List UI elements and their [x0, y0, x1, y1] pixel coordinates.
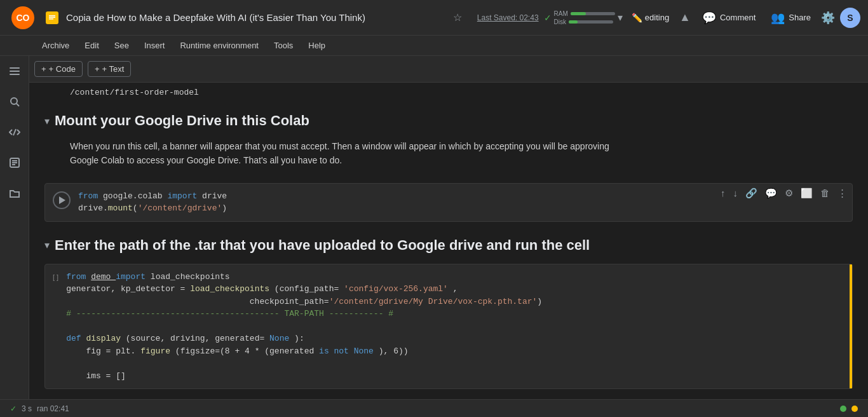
more-options-icon[interactable]: ⋮: [835, 186, 850, 200]
code-line-c2-5: [66, 320, 839, 333]
ram-progress-fill: [571, 12, 587, 15]
add-code-button[interactable]: + + Code: [34, 61, 83, 77]
colab-logo[interactable]: CO: [8, 3, 38, 33]
status-dots: [840, 406, 858, 412]
ram-disk-indicator: RAM Disk: [554, 10, 615, 25]
section2-collapse-arrow[interactable]: ▾: [44, 239, 50, 251]
ram-label: RAM: [554, 10, 568, 17]
expand-cell-icon[interactable]: ⬜: [798, 186, 815, 200]
section1-header[interactable]: ▾ Mount your Google Drive in this Colab: [29, 102, 868, 134]
svg-rect-3: [49, 18, 53, 20]
main-layout: + + Code + + Text /content/first-order-m…: [0, 56, 868, 417]
section1-text-cell: When you run this cell, a banner will ap…: [29, 134, 868, 178]
code-content-2[interactable]: from demo import load_checkpoints genera…: [66, 271, 839, 383]
code-cell-1-toolbar: ↑ ↓ 🔗 💬 ⚙ ⬜ 🗑 ⋮: [718, 186, 850, 200]
share-button[interactable]: 👥 Share: [766, 8, 816, 27]
connected-check-icon: ✓: [544, 13, 552, 23]
status-dot-green: [840, 406, 846, 412]
code-line-c2-4: # --------------------------------------…: [66, 308, 839, 320]
collapse-icon[interactable]: ▲: [678, 10, 692, 25]
code-line-c2-8: [66, 357, 839, 370]
menu-edit[interactable]: Edit: [78, 38, 105, 53]
settings-icon[interactable]: ⚙️: [821, 11, 835, 25]
share-icon: 👥: [771, 11, 785, 25]
add-text-label: + Text: [102, 64, 124, 74]
section1-collapse-arrow[interactable]: ▾: [44, 115, 50, 127]
section1-desc1: When you run this cell, a banner will ap…: [70, 139, 827, 153]
run-button-1[interactable]: [53, 191, 71, 209]
code-line-c2-9: ims = []: [66, 370, 839, 383]
editing-button[interactable]: ✏️ editing: [628, 11, 673, 24]
left-sidebar: [0, 56, 29, 417]
code-line-c2-7: fig = plt. figure (figsize=(8 + 4 * (gen…: [66, 345, 839, 358]
sidebar-search-icon[interactable]: [4, 92, 25, 112]
menu-insert[interactable]: Insert: [138, 38, 172, 53]
colab-logo-inner: CO: [11, 6, 34, 29]
doc-icon: [46, 11, 58, 24]
menu-archive[interactable]: Archive: [36, 38, 76, 53]
top-right-controls: ✓ RAM Disk ▾ ✏️ editing: [544, 8, 860, 28]
svg-line-8: [17, 104, 19, 106]
code-line-c2-1: from demo import load_checkpoints: [66, 271, 839, 284]
status-bar: ✓ 3 s ran 02:41: [0, 399, 868, 417]
code-cell-1: ↑ ↓ 🔗 💬 ⚙ ⬜ 🗑 ⋮ from google.colab import: [44, 183, 853, 222]
doc-title[interactable]: Copia de How to Make a Deepfake With AI …: [66, 12, 444, 23]
ram-progress-bg: [571, 12, 615, 15]
keyword-from: from: [78, 191, 98, 201]
svg-point-7: [11, 98, 17, 104]
move-down-icon[interactable]: ↓: [731, 186, 741, 200]
svg-rect-5: [10, 71, 20, 72]
svg-rect-1: [49, 15, 55, 17]
run-triangle-icon: [59, 196, 65, 204]
comment-cell-icon[interactable]: 💬: [763, 186, 780, 200]
status-time: 3 s: [22, 404, 32, 413]
star-icon[interactable]: ☆: [453, 11, 462, 24]
comment-icon: 💬: [702, 11, 716, 25]
sidebar-menu-icon[interactable]: [4, 61, 25, 81]
code-cell-2: [ ] from demo import load_checkpoints ge…: [44, 264, 853, 390]
notebook-toolbar: + + Code + + Text: [29, 56, 868, 83]
disk-progress-fill: [569, 20, 578, 24]
link-icon[interactable]: 🔗: [743, 186, 760, 200]
menu-bar: Archive Edit See Insert Runtime environm…: [0, 36, 868, 56]
section1-title: Mount your Google Drive in this Colab: [55, 113, 309, 129]
pencil-icon: ✏️: [632, 13, 642, 23]
menu-tools[interactable]: Tools: [268, 38, 299, 53]
cell-indicator: [ ]: [53, 273, 58, 281]
move-up-icon[interactable]: ↑: [718, 186, 728, 200]
cell-indicator-area: [ ]: [53, 273, 58, 281]
section1-desc2: Google Colab to access your Google Drive…: [70, 153, 827, 167]
comment-label: Comment: [720, 13, 756, 22]
code-line-c2-2: generator, kp_detector = load_checkpoint…: [66, 283, 839, 296]
menu-see[interactable]: See: [108, 38, 135, 53]
sidebar-code-icon[interactable]: [4, 122, 25, 142]
editing-label: editing: [645, 13, 669, 22]
disk-label: Disk: [554, 18, 566, 25]
svg-line-9: [13, 129, 16, 135]
dropdown-arrow-icon[interactable]: ▾: [618, 11, 623, 24]
section2-title: Enter the path of the .tar that you have…: [55, 237, 590, 254]
menu-runtime[interactable]: Runtime environment: [173, 38, 265, 53]
output-area: /content/first-order-model: [29, 83, 868, 102]
code-line-c2-3: checkpoint_path='/content/gdrive/My Driv…: [66, 296, 839, 308]
section2-header[interactable]: ▾ Enter the path of the .tar that you ha…: [29, 227, 868, 259]
delete-cell-icon[interactable]: 🗑: [818, 186, 832, 200]
code-line-c2-6: def display (source, driving, generated=…: [66, 332, 839, 345]
add-text-button[interactable]: + + Text: [88, 61, 131, 77]
sidebar-folder-icon[interactable]: [4, 183, 25, 203]
menu-help[interactable]: Help: [302, 38, 332, 53]
sidebar-variable-icon[interactable]: [4, 153, 25, 173]
last-saved[interactable]: Last Saved: 02:43: [477, 13, 539, 22]
svg-rect-6: [10, 74, 20, 75]
share-label: Share: [789, 13, 811, 22]
output-line: /content/first-order-model: [70, 88, 199, 97]
code-line-2: drive.mount('/content/gdrive'): [78, 202, 844, 215]
logo-text: CO: [17, 13, 30, 23]
comment-button[interactable]: 💬 Comment: [697, 8, 761, 27]
status-ran: ran 02:41: [37, 404, 69, 413]
keyword-import: import: [167, 191, 197, 201]
settings-cell-icon[interactable]: ⚙: [782, 186, 796, 200]
user-avatar[interactable]: S: [840, 8, 860, 28]
status-check-icon: ✓: [10, 404, 17, 413]
svg-rect-4: [10, 67, 20, 69]
